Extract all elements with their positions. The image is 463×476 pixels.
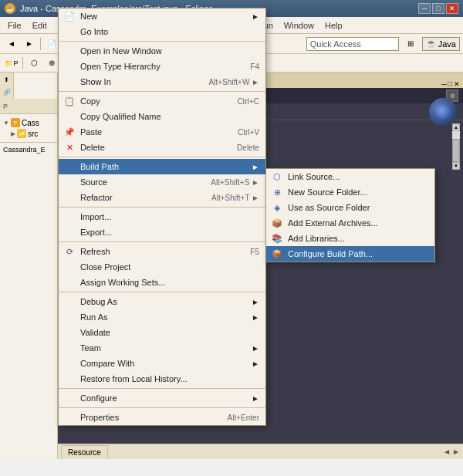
cm-delete-label: Delete (80, 143, 105, 152)
forward-button[interactable]: ► (21, 36, 38, 52)
left-panel: ⬆ 🔗 P ▼ P Cass ▶ 📁 src Cassandra_E (0, 73, 58, 459)
toolbar-right: Quick Access ⊞ ☕ Java (306, 36, 460, 52)
cm-close-project[interactable]: Close Project (59, 259, 265, 275)
sub-add-libraries[interactable]: 📚 Add Libraries... (266, 231, 434, 246)
cm-refactor[interactable]: Refactor Alt+Shift+T ► (59, 190, 265, 205)
cm-assign-working-sets[interactable]: Assign Working Sets... (59, 275, 265, 290)
cm-paste-label: Paste (80, 127, 102, 137)
pkg-tab-label: P (3, 103, 8, 110)
cm-restore-local[interactable]: Restore from Local History... (59, 371, 265, 387)
cm-sep-4 (59, 207, 265, 208)
maximize-button[interactable]: □ (432, 3, 444, 14)
sub-link-source[interactable]: ⬡ Link Source... (266, 169, 434, 184)
eclipse-icon: ☕ (5, 3, 15, 14)
scroll-down-btn[interactable]: ▼ (452, 162, 460, 170)
minimize-button[interactable]: ─ (418, 3, 431, 14)
cm-copy[interactable]: 📋 Copy Ctrl+C (59, 93, 265, 109)
cm-sep-7 (59, 388, 265, 389)
cm-open-type-hierarchy[interactable]: Open Type Hierarchy F4 (59, 59, 265, 74)
cm-compare-with[interactable]: Compare With ► (59, 356, 265, 371)
cm-new[interactable]: 📄 New ► (59, 8, 265, 24)
project-item[interactable]: ▼ P Cass (3, 117, 54, 128)
cm-open-new-window-label: Open in New Window (80, 46, 162, 56)
cm-paste-shortcut: Ctrl+V (238, 128, 259, 137)
java-perspective[interactable]: ☕ Java (422, 37, 460, 51)
left-bottom-bar: Cassandra_E (0, 142, 57, 156)
cm-paste[interactable]: 📌 Paste Ctrl+V (59, 124, 265, 140)
back-button[interactable]: ◄ (3, 36, 20, 52)
cm-copy-qualified-label: Copy Qualified Name (80, 112, 161, 121)
resource-tab-label: Resource (68, 448, 101, 457)
cm-properties[interactable]: Properties Alt+Enter (59, 410, 265, 425)
sub-use-as-source-label: Use as Source Folder (288, 203, 370, 212)
cm-show-shortcut: Alt+Shift+W ► (209, 78, 259, 86)
panel-btn-1[interactable]: ─ (441, 80, 446, 88)
cm-delete[interactable]: ✕ Delete Delete (59, 140, 265, 155)
sub-add-external[interactable]: 📦 Add External Archives... (266, 215, 434, 231)
panel-btn-3[interactable]: ✕ (454, 80, 460, 88)
welcome-scrollbar[interactable]: ▲ ▼ (452, 123, 460, 170)
sub-use-source-icon: ◈ (269, 203, 285, 213)
cm-validate-label: Validate (80, 328, 110, 337)
cm-new-label: New (80, 12, 97, 21)
cm-goto[interactable]: Go Into (59, 24, 265, 39)
cm-refresh[interactable]: ⟳ Refresh F5 (59, 244, 265, 259)
menu-edit[interactable]: Edit (28, 17, 52, 33)
cm-compare-arrow: ► (252, 360, 259, 368)
sub-use-as-source[interactable]: ◈ Use as Source Folder (266, 200, 434, 215)
project-name: Cass (22, 119, 39, 127)
cm-restore-local-label: Restore from Local History... (80, 374, 188, 383)
project-icon: P (11, 118, 20, 127)
cm-debug-as-label: Debug As (80, 297, 117, 306)
sub-add-libraries-label: Add Libraries... (288, 234, 345, 243)
panel-btn-2[interactable]: □ (448, 80, 452, 88)
cm-compare-with-label: Compare With (80, 359, 134, 368)
scroll-up-btn[interactable]: ▲ (452, 123, 460, 131)
quick-access-input[interactable]: Quick Access (306, 37, 399, 51)
cm-import[interactable]: Import... (59, 209, 265, 224)
cm-team-label: Team (80, 343, 101, 353)
java-perspective-icon: ☕ (426, 39, 437, 49)
scroll-thumb[interactable] (452, 139, 460, 162)
open-perspective-button[interactable]: ⊞ (402, 36, 419, 52)
bottom-next-btn[interactable]: ► (452, 447, 460, 456)
eclipse-sphere-inner (435, 104, 451, 120)
cm-configure-label: Configure (80, 393, 117, 403)
pkg-explorer-btn[interactable]: 📁P (3, 56, 20, 71)
cm-validate[interactable]: Validate (59, 325, 265, 340)
cm-configure[interactable]: Configure ► (59, 390, 265, 406)
cm-export[interactable]: Export... (59, 224, 265, 240)
cm-debug-as[interactable]: Debug As ► (59, 294, 265, 309)
cm-show-in-label: Show In (80, 77, 111, 86)
cm-properties-shortcut: Alt+Enter (228, 414, 259, 422)
cm-team[interactable]: Team ► (59, 340, 265, 356)
src-item[interactable]: ▶ 📁 src (3, 128, 54, 139)
panel-action-btns: ─ □ ✕ (441, 80, 463, 88)
close-button[interactable]: ✕ (446, 3, 458, 14)
sub-configure-build-path[interactable]: 📦 Configure Build Path... (266, 246, 434, 262)
menu-file[interactable]: File (3, 17, 26, 33)
sub-new-source-folder[interactable]: ⊕ New Source Folder... (266, 184, 434, 200)
menu-window[interactable]: Window (279, 17, 319, 33)
cm-source[interactable]: Source Alt+Shift+S ► (59, 174, 265, 190)
resource-tab[interactable]: Resource (61, 445, 108, 459)
cm-sep-3 (59, 157, 265, 157)
t2-btn1[interactable]: ⬡ (25, 56, 42, 71)
cm-run-as[interactable]: Run As ► (59, 309, 265, 325)
cm-build-path[interactable]: Build Path ► (59, 159, 265, 174)
cm-goto-label: Go Into (80, 27, 108, 36)
cm-copy-qualified[interactable]: Copy Qualified Name (59, 109, 265, 124)
build-path-submenu[interactable]: ⬡ Link Source... ⊕ New Source Folder... … (265, 168, 435, 262)
cm-copy-label: Copy (80, 96, 100, 106)
cm-run-arrow: ► (252, 313, 259, 322)
cm-open-new-window[interactable]: Open in New Window (59, 43, 265, 59)
collapse-all-icon[interactable]: ⬆ (2, 74, 12, 85)
context-menu[interactable]: 📄 New ► Go Into Open in New Window Open … (58, 8, 266, 426)
cm-show-in[interactable]: Show In Alt+Shift+W ► (59, 74, 265, 89)
link-editor-icon[interactable]: 🔗 (2, 86, 12, 97)
sub-configure-icon: 📦 (269, 249, 285, 259)
package-explorer-tab[interactable]: P (0, 99, 57, 114)
bottom-prev-btn[interactable]: ◄ (443, 447, 451, 456)
cm-f4-shortcut: F4 (250, 62, 259, 71)
menu-help[interactable]: Help (320, 17, 347, 33)
